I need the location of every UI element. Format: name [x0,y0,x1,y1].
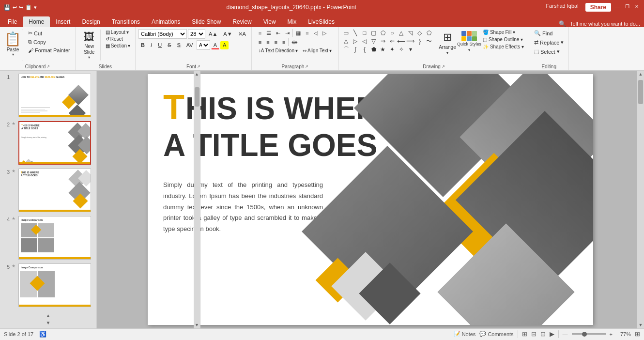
shape-arrow5[interactable]: ⇒ [379,37,387,45]
quick-styles-button[interactable]: Quick Styles ▾ [460,29,478,61]
format-painter-button[interactable]: 🖌 Format Painter [26,46,72,54]
slide-canvas[interactable]: T HIS IS WHERE A TITLE GOES Simply dummy… [148,74,593,325]
maximize-button[interactable]: ❐ [624,3,630,10]
strikethrough-button[interactable]: S [165,41,173,49]
shape-misc2[interactable]: ∫ [351,46,360,53]
shape-rectangle[interactable]: ▭ [342,29,351,37]
tab-view[interactable]: View [258,16,282,27]
zoom-slider[interactable] [572,333,606,335]
comments-button[interactable]: 💬 Comments [479,331,513,337]
underline-button[interactable]: U [155,41,164,49]
zoom-in-button[interactable]: + [610,331,613,337]
arrange-dropdown[interactable]: ▾ [446,51,448,55]
slide-thumb-2[interactable]: 2 ★ THIS IS WHEREA TITLE GOES Simply dum… [2,120,94,166]
highlight-button[interactable]: A [220,41,229,49]
tab-file[interactable]: File [2,16,23,27]
shape-line[interactable]: ╲ [351,29,360,37]
line-spacing-button[interactable]: ≡ [304,30,310,36]
shape-misc7[interactable]: ✧ [397,46,406,53]
left-scroll-thumb[interactable] [195,87,199,107]
right-scroll-up[interactable]: ▲ [638,71,644,77]
tab-review[interactable]: Review [227,16,257,27]
shape-misc3[interactable]: { [360,46,369,53]
tab-design[interactable]: Design [76,16,106,27]
layout-button[interactable]: ▤ Layout ▾ [104,29,132,35]
shape-triangle[interactable]: △ [397,29,406,37]
shape-curly[interactable]: } [415,37,424,45]
text-direction-button[interactable]: ↕A Text Direction ▾ [257,47,300,54]
shape-arrow7[interactable]: ⟵ [397,37,406,45]
right-scroll-down[interactable]: ▼ [638,322,644,328]
slide-preview-2[interactable]: THIS IS WHEREA TITLE GOES Simply dummy t… [18,121,91,165]
shape-rect2[interactable]: □ [360,29,369,37]
shape-snip[interactable]: ⬠ [379,29,387,37]
align-text-button[interactable]: ⇔ Align Text ▾ [301,47,334,54]
right-scroll-thumb[interactable] [638,80,643,104]
minimize-button[interactable]: — [614,3,621,10]
increase-indent-button[interactable]: ⇥ [283,30,291,37]
slide-preview-4[interactable]: Image Comparison [18,216,91,260]
bold-button[interactable]: B [138,41,147,49]
justify-button[interactable]: ≡ [280,39,287,46]
shape-circle[interactable]: ○ [388,29,397,37]
decrease-indent-button[interactable]: ⇤ [274,30,282,37]
slide-thumb-5[interactable]: 5 ★ Image Comparison [2,263,94,308]
increase-size-button[interactable]: A▲ [206,30,220,38]
font-family-select[interactable]: Calibri (Body) [138,29,187,39]
select-button[interactable]: ⬚ Select ▾ [532,47,562,56]
save-icon[interactable]: 💾 [4,4,11,11]
slide-thumb-1[interactable]: 1 HOW TO DELETE AND REPLACE IMAGES [2,73,94,118]
fit-slide-button[interactable]: ⊞ [635,330,640,338]
slide-panel[interactable]: 1 HOW TO DELETE AND REPLACE IMAGES [0,71,97,328]
slide-thumb-3[interactable]: 3 ★ THIS IS WHEREA TITLE GOES [2,168,94,213]
shape-effects-button[interactable]: ✨ Shape Effects ▾ [481,44,526,50]
font-case-select[interactable]: Aa [197,40,210,50]
slide-sorter-button[interactable]: ⊟ [531,330,537,338]
font-label[interactable]: Font ↗ [186,63,200,69]
panel-scroll-down[interactable]: ▼ [45,319,52,326]
shape-misc4[interactable]: ⬟ [369,46,378,53]
shape-arrow3[interactable]: ◁ [360,37,369,45]
slide-body[interactable]: Simply dummy text of the printing and ty… [163,180,323,235]
close-button[interactable]: ✕ [633,3,640,10]
panel-scroll-up[interactable]: ▲ [45,312,52,319]
rtl-button[interactable]: ◁ [312,30,320,37]
shape-rtriangle[interactable]: ◹ [406,29,415,37]
help-placeholder[interactable]: Tell me what you want to do... [570,21,640,27]
tab-liveslides[interactable]: LiveSlides [302,16,340,27]
shape-diamond[interactable]: ◇ [415,29,424,37]
share-button[interactable]: Share [585,3,611,12]
customize-icon[interactable]: 📋 [25,4,32,11]
paragraph-label[interactable]: Paragraph ↗ [282,63,309,69]
cut-button[interactable]: ✂ Cut [26,29,72,37]
accessibility-icon[interactable]: ♿ [39,331,46,338]
columns-button[interactable]: ▦ [294,30,303,37]
shape-more[interactable]: ▾ [406,46,415,53]
shape-arrow8[interactable]: ⟹ [406,37,415,45]
zoom-level[interactable]: 77% [616,331,631,337]
tab-mix[interactable]: Mix [282,16,303,27]
shape-outline-button[interactable]: ⬚ Shape Outline ▾ [481,36,526,43]
normal-view-button[interactable]: ⊞ [522,330,527,338]
ltr-button[interactable]: ▷ [321,30,328,37]
char-spacing-button[interactable]: AV [184,41,196,49]
tab-transitions[interactable]: Transitions [106,16,146,27]
align-right-button[interactable]: ≡ [273,39,279,46]
shape-arrow1[interactable]: △ [342,37,351,45]
font-size-select[interactable]: 28 [188,29,205,39]
smart-art-button[interactable]: ⟴ [290,39,300,46]
replace-button[interactable]: ⇄ Replace ▾ [532,38,566,46]
decrease-size-button[interactable]: A▼ [221,30,234,38]
shape-arrow4[interactable]: ▽ [369,37,378,45]
slide-preview-3[interactable]: THIS IS WHEREA TITLE GOES [18,169,91,212]
slide-canvas-area[interactable]: ▲ ▼ T HIS IS WHERE A TITLE GOES Simply d… [97,71,644,328]
undo-icon[interactable]: ↩ [13,4,17,11]
align-center-button[interactable]: ≡ [264,39,271,46]
shape-pentagon[interactable]: ⬠ [425,29,433,37]
notes-button[interactable]: 📝 Notes [454,331,476,337]
new-slide-dropdown[interactable]: ▾ [88,55,90,60]
new-slide-button[interactable]: 🖼 NewSlide ▾ [78,29,101,61]
copy-button[interactable]: ⧉ Copy [26,38,72,46]
font-color-button[interactable]: A [211,41,219,49]
arrange-button[interactable]: ⊞ Arrange ▾ [436,29,459,61]
